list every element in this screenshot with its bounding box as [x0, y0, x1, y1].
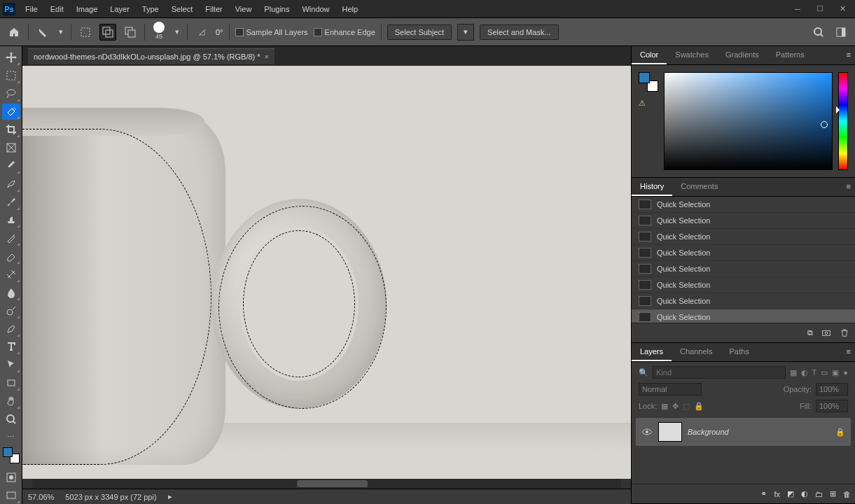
menu-help[interactable]: Help [337, 2, 364, 16]
tab-patterns[interactable]: Patterns [767, 46, 813, 64]
canvas[interactable] [22, 66, 631, 479]
tab-layers[interactable]: Layers [632, 343, 672, 361]
enhance-edge-checkbox[interactable]: Enhance Edge [314, 28, 375, 36]
hand-tool-icon[interactable] [2, 393, 20, 410]
trash-icon[interactable] [840, 328, 849, 339]
menu-plugins[interactable]: Plugins [258, 2, 295, 16]
layer-filter-kind[interactable] [653, 366, 786, 379]
tab-history[interactable]: History [632, 178, 672, 196]
history-item[interactable]: Quick Selection [632, 277, 855, 293]
workspace-switcher-icon[interactable] [833, 24, 849, 41]
foreground-background-colors[interactable] [3, 447, 20, 464]
tab-comments[interactable]: Comments [672, 178, 726, 196]
panel-menu-icon[interactable]: ≡ [842, 46, 855, 64]
lasso-tool-icon[interactable] [2, 85, 20, 102]
menu-filter[interactable]: Filter [200, 2, 228, 16]
brush-preview[interactable]: 45 [151, 22, 167, 43]
lock-pixels-icon[interactable]: ▦ [661, 402, 668, 411]
brush-tool-icon[interactable] [2, 194, 20, 211]
chevron-down-icon[interactable]: ▾ [57, 24, 65, 41]
color-fg-bg-swatches[interactable] [639, 72, 658, 92]
dodge-tool-icon[interactable] [2, 302, 20, 319]
history-item[interactable]: Quick Selection [632, 309, 855, 323]
panel-menu-icon[interactable]: ≡ [842, 343, 855, 361]
angle-value[interactable]: 0° [216, 28, 223, 36]
color-field[interactable] [664, 72, 833, 170]
gradient-tool-icon[interactable] [2, 266, 20, 283]
menu-window[interactable]: Window [296, 2, 335, 16]
quick-selection-tool-icon[interactable] [2, 104, 20, 120]
menu-view[interactable]: View [230, 2, 258, 16]
menu-type[interactable]: Type [137, 2, 165, 16]
history-item[interactable]: Quick Selection [632, 213, 855, 229]
foreground-color-swatch[interactable] [639, 72, 650, 83]
crop-tool-icon[interactable] [2, 121, 20, 138]
select-subject-dropdown-icon[interactable]: ▾ [457, 24, 474, 41]
blur-tool-icon[interactable] [2, 284, 20, 301]
layer-mask-icon[interactable]: ◩ [787, 489, 794, 498]
snapshot-icon[interactable] [821, 328, 831, 339]
move-tool-icon[interactable] [2, 49, 20, 66]
history-brush-tool-icon[interactable] [2, 230, 20, 246]
add-to-selection-icon[interactable] [99, 24, 116, 41]
group-icon[interactable]: 🗀 [815, 490, 823, 498]
close-icon[interactable]: ✕ [833, 2, 852, 16]
maximize-icon[interactable]: ☐ [810, 2, 830, 16]
filter-pixel-icon[interactable]: ▦ [790, 368, 797, 377]
tab-gradients[interactable]: Gradients [717, 46, 767, 64]
type-tool-icon[interactable] [2, 339, 20, 356]
zoom-tool-icon[interactable] [2, 411, 20, 428]
search-icon[interactable]: 🔍 [639, 368, 648, 377]
marquee-tool-icon[interactable] [2, 67, 20, 84]
history-item[interactable]: Quick Selection [632, 229, 855, 245]
status-chevron-icon[interactable]: ▸ [168, 492, 172, 501]
layer-thumbnail[interactable] [658, 422, 682, 442]
tab-color[interactable]: Color [632, 46, 667, 64]
eraser-tool-icon[interactable] [2, 248, 20, 265]
create-document-icon[interactable]: ⧉ [807, 328, 813, 337]
minimize-icon[interactable]: ─ [788, 2, 807, 16]
select-subject-button[interactable]: Select Subject [387, 24, 452, 40]
new-selection-icon[interactable] [77, 24, 94, 41]
filter-shape-icon[interactable]: ▭ [821, 368, 828, 377]
warning-icon[interactable]: ⚠ [639, 99, 658, 108]
lock-artboard-icon[interactable]: ⬚ [683, 402, 690, 411]
close-tab-icon[interactable]: × [265, 52, 269, 61]
filter-type-icon[interactable]: T [812, 368, 817, 377]
eyedropper-tool-icon[interactable] [2, 158, 20, 174]
visibility-eye-icon[interactable] [641, 426, 653, 438]
pen-tool-icon[interactable] [2, 321, 20, 337]
filter-adjust-icon[interactable]: ◐ [801, 368, 808, 377]
adjustment-layer-icon[interactable]: ◐ [801, 489, 808, 498]
scrollbar-thumb[interactable] [297, 480, 368, 487]
angle-icon[interactable]: ◿ [193, 24, 210, 41]
filter-smart-icon[interactable]: ▣ [832, 368, 839, 377]
zoom-level[interactable]: 57.06% [28, 493, 54, 501]
link-layers-icon[interactable]: ⚭ [760, 489, 767, 498]
menu-image[interactable]: Image [71, 2, 104, 16]
lock-position-icon[interactable]: ✥ [672, 402, 679, 411]
lock-icon[interactable]: 🔒 [835, 428, 845, 437]
blend-mode-select[interactable] [639, 383, 702, 396]
lock-all-icon[interactable]: 🔒 [694, 402, 704, 411]
history-item[interactable]: Quick Selection [632, 245, 855, 261]
history-item[interactable]: Quick Selection [632, 293, 855, 309]
chevron-down-icon[interactable]: ▾ [173, 24, 181, 41]
path-selection-tool-icon[interactable] [2, 356, 20, 373]
sample-all-layers-checkbox[interactable]: Sample All Layers [235, 28, 308, 36]
trash-icon[interactable]: 🗑 [843, 490, 851, 498]
layer-row[interactable]: Background 🔒 [636, 418, 851, 446]
tab-swatches[interactable]: Swatches [667, 46, 717, 64]
layer-name[interactable]: Background [688, 428, 729, 436]
tab-channels[interactable]: Channels [672, 343, 721, 361]
clone-stamp-tool-icon[interactable] [2, 212, 20, 229]
opacity-input[interactable] [816, 383, 848, 396]
subtract-from-selection-icon[interactable] [122, 24, 139, 41]
more-tools-icon[interactable]: ⋯ [2, 429, 20, 446]
foreground-color-swatch[interactable] [3, 447, 13, 457]
select-and-mask-button[interactable]: Select and Mask... [480, 24, 559, 40]
new-layer-icon[interactable]: ⊞ [830, 489, 836, 498]
frame-tool-icon[interactable] [2, 139, 20, 156]
search-icon[interactable] [810, 24, 827, 41]
history-item[interactable]: Quick Selection [632, 261, 855, 277]
